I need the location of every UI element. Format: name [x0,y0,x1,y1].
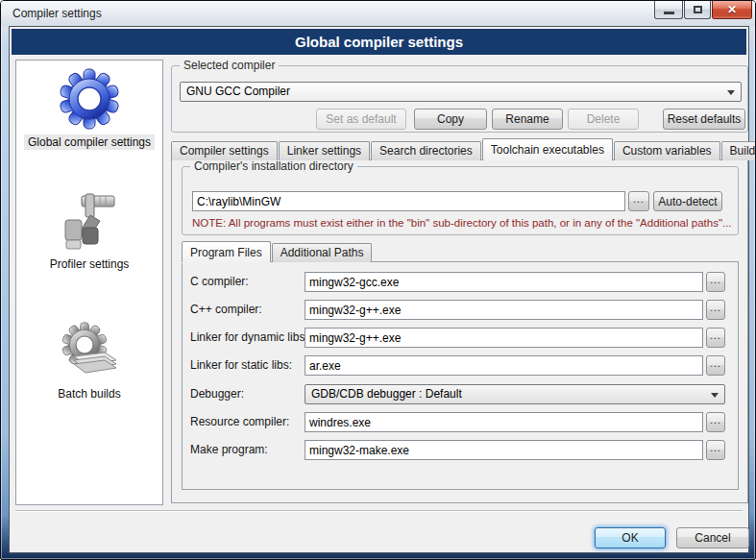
make-program-input[interactable] [305,440,703,460]
installation-path-input[interactable] [192,191,625,211]
sidebar: Global compiler settings Profiler settin… [15,60,163,505]
auto-detect-button[interactable]: Auto-detect [653,191,722,211]
make-program-browse-button[interactable]: ... [706,440,725,460]
c-compiler-input[interactable] [305,272,703,292]
toolchain-executables-panel: Compiler's installation directory ... Au… [171,159,748,503]
installation-note: NOTE: All programs must exist either in … [192,217,732,229]
selected-compiler-group: Selected compiler GNU GCC Compiler Set a… [171,65,748,133]
compiler-settings-window: Compiler settings ✕ Global compiler sett… [0,0,756,560]
make-program-label: Make program: [190,440,268,460]
copy-button[interactable]: Copy [414,109,487,130]
ok-button[interactable]: OK [595,527,666,548]
cpp-compiler-input[interactable] [305,300,703,320]
linker-static-label: Linker for static libs: [190,355,292,376]
gear-stack-icon[interactable] [59,320,120,381]
page-title: Global compiler settings [295,34,463,50]
window-controls: ✕ [653,1,752,19]
rename-button[interactable]: Rename [492,109,563,130]
minimize-button[interactable] [654,1,683,19]
main-tabstrip: Compiler settings Linker settings Search… [171,138,746,160]
sidebar-item-global-compiler-settings[interactable]: Global compiler settings [24,134,155,150]
set-as-default-button[interactable]: Set as default [316,109,406,130]
cancel-button[interactable]: Cancel [676,527,749,548]
linker-static-browse-button[interactable]: ... [706,355,725,376]
tab-linker-settings[interactable]: Linker settings [279,141,370,160]
installation-directory-legend: Compiler's installation directory [190,159,357,173]
delete-button[interactable]: Delete [568,109,639,130]
cpp-compiler-browse-button[interactable]: ... [706,300,725,320]
installation-directory-group: Compiler's installation directory ... Au… [182,166,739,235]
resource-compiler-browse-button[interactable]: ... [706,412,725,432]
tab-build-options[interactable]: Build options [721,141,756,160]
linker-static-input[interactable] [305,355,703,376]
maximize-icon [694,6,702,13]
sidebar-item-batch-builds[interactable]: Batch builds [54,386,124,402]
linker-dynamic-input[interactable] [305,328,703,348]
page-title-band: Global compiler settings [12,29,746,55]
tab-search-directories[interactable]: Search directories [371,141,481,160]
debugger-label: Debugger: [190,384,244,404]
dialog-body: Global compiler settings [9,26,749,553]
browse-installation-button[interactable]: ... [628,191,649,211]
programs-tabstrip: Program Files Additional Paths [182,241,373,262]
maximize-button[interactable] [684,1,711,19]
program-files-panel: C compiler: ... C++ compiler: ... Linker… [182,261,739,490]
sidebar-item-profiler-settings[interactable]: Profiler settings [46,256,134,272]
tab-toolchain-executables[interactable]: Toolchain executables [482,138,613,160]
tab-program-files[interactable]: Program Files [182,241,271,262]
compiler-combobox[interactable]: GNU GCC Compiler [180,82,742,102]
c-compiler-browse-button[interactable]: ... [706,272,725,292]
blue-gear-icon[interactable] [59,68,120,130]
cpp-compiler-label: C++ compiler: [190,300,262,320]
linker-dynamic-label: Linker for dynamic libs: [190,328,308,348]
close-icon: ✕ [727,2,737,18]
footer-separator [15,510,743,512]
reset-defaults-button[interactable]: Reset defaults [663,109,745,130]
window-title: Compiler settings [12,7,102,20]
linker-dynamic-browse-button[interactable]: ... [706,328,725,348]
resource-compiler-label: Resource compiler: [190,412,289,432]
caliper-icon[interactable] [59,190,120,252]
debugger-combobox[interactable]: GDB/CDB debugger : Default [305,384,725,404]
minimize-icon [664,12,674,14]
c-compiler-label: C compiler: [190,272,249,292]
resource-compiler-input[interactable] [305,412,703,432]
tab-custom-variables[interactable]: Custom variables [614,141,720,160]
tab-compiler-settings[interactable]: Compiler settings [171,141,278,160]
tab-additional-paths[interactable]: Additional Paths [272,243,373,262]
selected-compiler-legend: Selected compiler [180,59,279,72]
titlebar[interactable]: Compiler settings ✕ [1,1,755,26]
close-button[interactable]: ✕ [712,1,752,19]
